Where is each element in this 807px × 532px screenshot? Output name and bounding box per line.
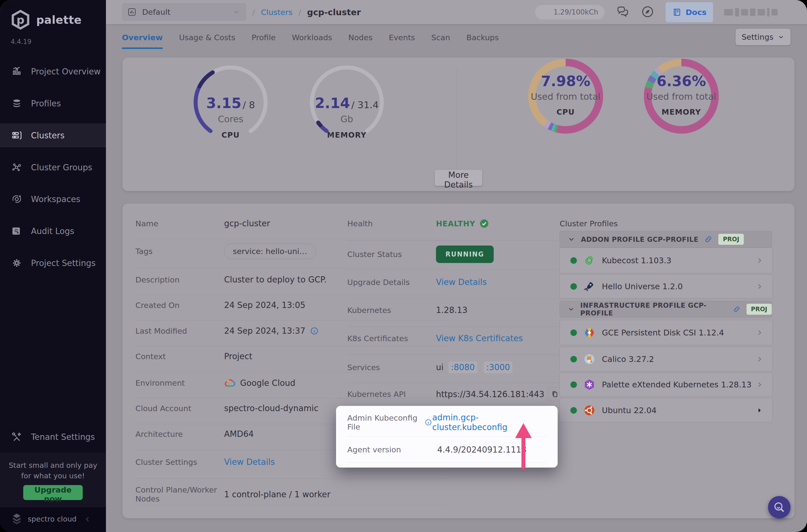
settings-button[interactable]: Settings — [735, 29, 790, 45]
detail-row-services: Services ui :8080 :3000 — [347, 361, 560, 373]
audit-doc-icon — [11, 225, 22, 237]
detail-row-created-on: Created On24 Sep 2024, 13:05 — [135, 300, 335, 310]
profile-layer-ubuntu[interactable]: Ubuntu 22.04 — [560, 398, 772, 422]
detail-row-k8s-certificates: K8s Certificates View K8s Certificates — [347, 334, 560, 343]
upgrade-view-details-link[interactable]: View Details — [436, 277, 487, 287]
status-dot — [570, 407, 577, 414]
detail-row-context: ContextProject — [135, 352, 335, 361]
app-version: 4.4.19 — [11, 38, 32, 45]
sidebar-item-project-settings[interactable]: Project Settings — [0, 251, 106, 275]
cluster-status-badge: RUNNING — [436, 246, 494, 263]
tab-workloads[interactable]: Workloads — [292, 33, 332, 43]
compass-icon — [641, 5, 655, 19]
google-cloud-icon — [224, 378, 236, 388]
chevron-right-icon — [756, 283, 763, 290]
sidebar-item-workspaces[interactable]: Workspaces — [0, 187, 106, 211]
upgrade-now-button[interactable]: Upgrade now — [23, 485, 83, 500]
palette-hexagon-icon: p — [10, 10, 31, 30]
chevron-right-icon — [756, 356, 763, 363]
tab-overview[interactable]: Overview — [122, 33, 163, 43]
sidebar-item-label: Profiles — [31, 99, 61, 108]
infrastructure-profile-header[interactable]: INFRASTRUCTURE PROFILE GCP-PROFILE PROJ — [560, 301, 772, 318]
profile-layer-palette-extended-kubernetes[interactable]: Palette eXtended Kubernetes 1.28.13 — [560, 373, 772, 397]
sidebar: p palette 4.4.19 Project Overview Profil… — [0, 0, 106, 532]
detail-row-name: Namegcp-cluster — [135, 218, 335, 228]
breadcrumb-clusters-link[interactable]: Clusters — [261, 8, 292, 17]
tab-events[interactable]: Events — [389, 33, 415, 43]
book-icon — [672, 7, 682, 17]
help-compass-button[interactable] — [641, 5, 655, 19]
view-k8s-certificates-link[interactable]: View K8s Certificates — [436, 334, 523, 343]
docs-button[interactable]: Docs — [665, 2, 713, 22]
brand-name: palette — [36, 14, 82, 26]
collapse-sidebar-button[interactable] — [84, 515, 91, 524]
usage-quota-pill: 1.29/100kCh — [535, 5, 605, 19]
tab-backups[interactable]: Backups — [467, 33, 499, 43]
more-details-button[interactable]: More Details — [435, 170, 482, 186]
sidebar-item-cluster-groups[interactable]: Cluster Groups — [0, 155, 106, 179]
chat-button[interactable] — [616, 5, 630, 19]
detail-row-description: DescriptionCluster to deploy to GCP. — [135, 275, 348, 284]
spectro-cloud-logo-icon — [10, 514, 23, 525]
sidebar-item-label: Project Settings — [31, 258, 96, 268]
topbar: Default / Clusters / gcp-cluster 1.29/10… — [106, 0, 807, 24]
network-icon — [11, 162, 22, 173]
sidebar-item-profiles[interactable]: Profiles — [0, 91, 106, 115]
project-selector[interactable]: Default — [123, 3, 246, 20]
pxk-icon — [583, 378, 596, 391]
info-icon[interactable] — [310, 326, 319, 336]
health-status: HEALTHY — [436, 219, 475, 228]
tag-pill[interactable]: service: hello-uni… — [224, 244, 316, 259]
cpu-total-readout: 7.98% Used from total CPU — [513, 73, 618, 116]
hello-universe-icon — [583, 280, 596, 293]
info-icon[interactable] — [425, 418, 432, 427]
cluster-tabs-bar: Overview Usage & Costs Profile Workloads… — [106, 24, 807, 57]
link-icon — [704, 235, 713, 244]
cluster-profiles-title: Cluster Profiles — [560, 219, 618, 228]
breadcrumb-separator: / — [252, 8, 255, 17]
link-icon — [733, 305, 741, 314]
redacted-account — [724, 8, 777, 17]
chevron-down-icon — [777, 34, 785, 40]
sidebar-item-label: Workspaces — [31, 194, 80, 204]
profile-layer-gce-disk[interactable]: GCE Persistent Disk CSI 1.12.4 — [560, 320, 772, 345]
profile-layer-hello-universe[interactable]: Hello Universe 1.2.0 — [560, 274, 772, 299]
detail-row-cloud-account: Cloud Accountspectro-cloud-dynamic — [135, 403, 348, 413]
sidebar-footer: spectro cloud — [0, 507, 106, 532]
chevron-down-icon — [567, 235, 576, 243]
detail-row-tags: Tagsservice: hello-uni… — [135, 244, 335, 259]
addon-profile-header[interactable]: ADDON PROFILE GCP-PROFILE PROJ — [560, 231, 772, 248]
service-port-3000-link[interactable]: :3000 — [484, 361, 512, 373]
cluster-settings-view-details-link[interactable]: View Details — [224, 457, 275, 467]
project-selector-value: Default — [142, 7, 170, 17]
sidebar-item-project-overview[interactable]: Project Overview — [0, 59, 106, 83]
breadcrumb-separator: / — [299, 8, 301, 17]
tab-usage-costs[interactable]: Usage & Costs — [179, 33, 236, 43]
chevron-right-icon — [756, 406, 763, 414]
chevron-left-icon — [84, 515, 91, 523]
chevron-right-icon — [756, 381, 763, 388]
sidebar-item-clusters[interactable]: Clusters — [0, 124, 106, 147]
orbit-icon — [11, 193, 22, 205]
tab-nodes[interactable]: Nodes — [348, 33, 373, 43]
detail-row-architecture: ArchitectureAMD64 — [135, 429, 335, 439]
detail-row-kubernetes-api: Kubernetes API https://34.54.126.181:443 — [347, 387, 572, 401]
project-icon — [127, 7, 137, 17]
search-fab-button[interactable] — [768, 496, 790, 518]
cluster-details-card: Namegcp-cluster Tagsservice: hello-uni… … — [123, 204, 794, 518]
sidebar-item-audit-logs[interactable]: Audit Logs — [0, 219, 106, 243]
promo-text: Start small and only pay for what you us… — [0, 460, 106, 481]
profile-layer-kubecost[interactable]: Kubecost 1.103.3 — [560, 248, 772, 273]
service-port-8080-link[interactable]: :8080 — [449, 361, 477, 373]
tab-scan[interactable]: Scan — [431, 33, 450, 43]
status-dot — [570, 329, 577, 336]
sidebar-item-tenant-settings[interactable]: Tenant Settings — [0, 425, 106, 449]
cpu-usage-readout: 3.15 / 8 Cores CPU — [178, 95, 283, 139]
footer-brand-name: spectro cloud — [28, 515, 76, 523]
search-smile-icon — [773, 501, 786, 514]
profile-layer-calico[interactable]: Calico 3.27.2 — [560, 347, 772, 372]
tab-profile[interactable]: Profile — [251, 33, 276, 43]
breadcrumb-current: gcp-cluster — [307, 7, 361, 17]
chevron-right-icon — [756, 257, 763, 264]
chat-icon — [616, 5, 630, 19]
